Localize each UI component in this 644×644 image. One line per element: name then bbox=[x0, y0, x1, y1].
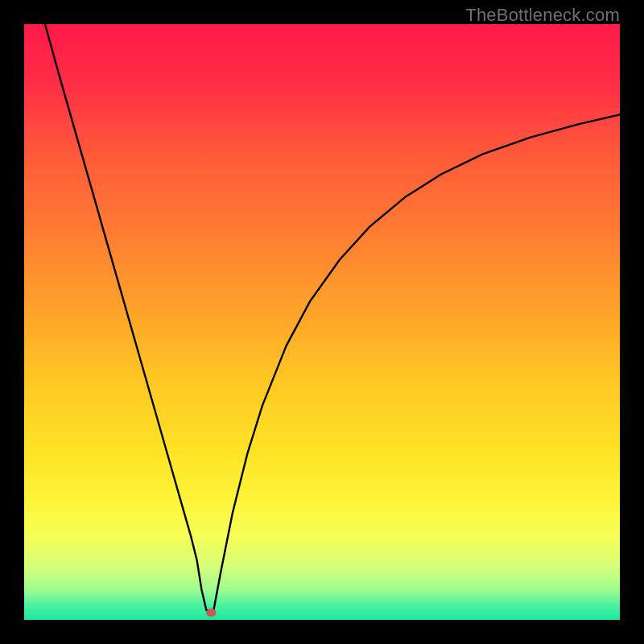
bottleneck-chart bbox=[24, 24, 620, 620]
gradient-background bbox=[24, 24, 620, 620]
minimum-marker-icon bbox=[206, 609, 216, 617]
watermark-label: TheBottleneck.com bbox=[465, 5, 620, 26]
chart-frame: TheBottleneck.com bbox=[0, 0, 644, 644]
